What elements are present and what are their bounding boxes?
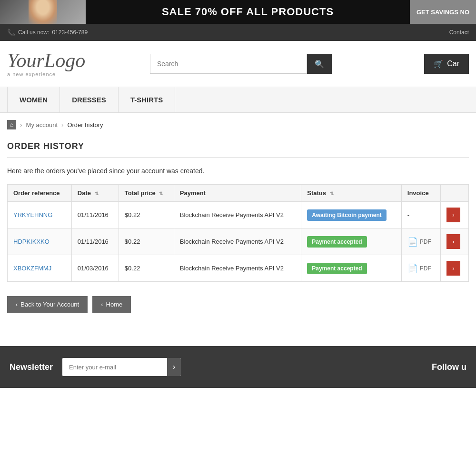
order-total: $0.22 [119, 255, 174, 282]
breadcrumb-current: Order history [67, 121, 103, 129]
top-bar: 📞 Call us now: 0123-456-789 Contact [0, 24, 476, 41]
newsletter-label: Newsletter [10, 362, 53, 372]
phone-icon: 📞 [7, 29, 15, 36]
order-action: › [441, 228, 469, 255]
back-icon: ‹ [16, 301, 18, 308]
order-invoice: 📄 PDF [401, 228, 440, 255]
banner-sale-text: SALE 70% OFF ALL PRODUCTS [86, 6, 410, 18]
order-ref-link[interactable]: YRKYEHNNG [13, 211, 52, 218]
sort-icon-total: ⇅ [159, 191, 163, 196]
col-header-invoice: Invoice [401, 185, 440, 202]
cart-button[interactable]: 🛒 Car [424, 54, 469, 74]
logo-text[interactable]: YourLogo [7, 50, 140, 70]
follow-label: Follow u [432, 362, 466, 372]
nav-item-women[interactable]: WOMEN [7, 87, 60, 112]
back-to-account-button[interactable]: ‹ Back to Your Account [7, 296, 88, 313]
logo-sub: a new experience [7, 71, 140, 77]
order-date: 01/11/2016 [71, 228, 119, 255]
col-header-payment: Payment [174, 185, 301, 202]
order-detail-button[interactable]: › [446, 234, 460, 249]
contact-link[interactable]: Contact [449, 29, 469, 36]
breadcrumb-arrow-2: › [61, 121, 63, 129]
order-total: $0.22 [119, 202, 174, 228]
pdf-icon[interactable]: 📄 [407, 263, 418, 274]
nav-bar: WOMEN DRESSES T-SHIRTS [0, 87, 476, 113]
home-button[interactable]: ‹ Home [92, 296, 131, 313]
order-table: Order reference Date ⇅ Total price ⇅ Pay… [7, 184, 469, 282]
main-content: ORDER HISTORY Here are the orders you've… [0, 137, 476, 327]
search-input[interactable] [150, 54, 307, 74]
order-action: › [441, 202, 469, 228]
promo-banner: SALE 70% OFF ALL PRODUCTS GET SAVINGS NO [0, 0, 476, 24]
order-detail-button[interactable]: › [446, 208, 460, 222]
order-detail-button[interactable]: › [446, 261, 460, 276]
col-header-action [441, 185, 469, 202]
search-area: 🔍 [150, 54, 415, 74]
order-description: Here are the orders you've placed since … [7, 167, 469, 175]
newsletter-form: › [62, 358, 181, 376]
back-to-account-label: Back to Your Account [20, 301, 79, 308]
call-label: Call us now: [18, 29, 49, 36]
status-badge: Payment accepted [307, 236, 367, 248]
nav-item-dresses[interactable]: DRESSES [60, 87, 119, 112]
header: YourLogo a new experience 🔍 🛒 Car [0, 41, 476, 87]
order-payment: Blockchain Receive Payments API V2 [174, 228, 301, 255]
order-total: $0.22 [119, 228, 174, 255]
order-invoice: - [401, 202, 440, 228]
col-header-date[interactable]: Date ⇅ [71, 185, 119, 202]
footer-newsletter: Newsletter › Follow u [0, 346, 476, 388]
search-button[interactable]: 🔍 [307, 54, 332, 74]
order-payment: Blockchain Receive Payments API V2 [174, 255, 301, 282]
col-header-total[interactable]: Total price ⇅ [119, 185, 174, 202]
breadcrumb-my-account[interactable]: My account [26, 121, 58, 129]
home-icon: ‹ [101, 301, 103, 308]
pdf-icon[interactable]: 📄 [407, 237, 418, 247]
cart-area: 🛒 Car [424, 54, 469, 74]
table-row: HDPKIKXKO01/11/2016$0.22Blockchain Recei… [8, 228, 469, 255]
banner-image [0, 0, 86, 24]
newsletter-submit-button[interactable]: › [167, 358, 181, 376]
pdf-link[interactable]: 📄 PDF [407, 237, 435, 247]
home-label: Home [106, 301, 123, 308]
order-ref-link[interactable]: XBOKZFMMJ [13, 265, 51, 272]
newsletter-email-input[interactable] [62, 359, 167, 376]
order-date: 01/03/2016 [71, 255, 119, 282]
breadcrumb: ⌂ › My account › Order history [0, 113, 476, 137]
page-title: ORDER HISTORY [7, 141, 469, 158]
cart-icon: 🛒 [434, 60, 443, 69]
table-row: XBOKZFMMJ01/03/2016$0.22Blockchain Recei… [8, 255, 469, 282]
order-date: 01/11/2016 [71, 202, 119, 228]
footer-buttons: ‹ Back to Your Account ‹ Home [7, 296, 469, 313]
phone-number: 0123-456-789 [52, 29, 88, 36]
sort-icon-status: ⇅ [330, 191, 334, 196]
nav-item-tshirts[interactable]: T-SHIRTS [119, 87, 175, 112]
sort-icon-date: ⇅ [95, 191, 99, 196]
breadcrumb-arrow-1: › [20, 121, 22, 129]
table-row: YRKYEHNNG01/11/2016$0.22Blockchain Recei… [8, 202, 469, 228]
breadcrumb-home[interactable]: ⌂ [7, 120, 16, 129]
status-badge: Payment accepted [307, 263, 367, 274]
savings-button[interactable]: GET SAVINGS NO [410, 0, 476, 24]
col-header-status[interactable]: Status ⇅ [301, 185, 402, 202]
order-payment: Blockchain Receive Payments API V2 [174, 202, 301, 228]
order-invoice: 📄 PDF [401, 255, 440, 282]
top-bar-contact: 📞 Call us now: 0123-456-789 [7, 29, 88, 36]
status-badge: Awaiting Bitcoin payment [307, 209, 386, 221]
pdf-link[interactable]: 📄 PDF [407, 263, 435, 274]
cart-label: Car [447, 60, 459, 68]
col-header-ref: Order reference [8, 185, 72, 202]
order-ref-link[interactable]: HDPKIKXKO [13, 238, 50, 245]
logo-area: YourLogo a new experience [7, 50, 140, 77]
order-action: › [441, 255, 469, 282]
